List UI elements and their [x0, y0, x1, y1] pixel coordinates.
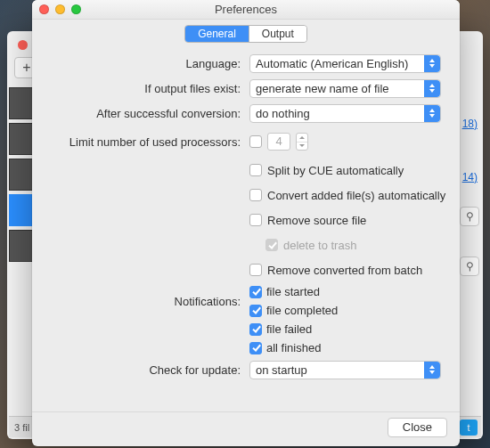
proc-count-stepper[interactable] — [296, 133, 308, 151]
label-after-conv: After successful conversion: — [45, 107, 249, 120]
label-language: Language: — [45, 57, 249, 70]
notif-completed-checkbox[interactable] — [249, 305, 262, 317]
titlebar: Preferences — [32, 0, 460, 20]
bg-file-count: 3 fil — [14, 417, 29, 438]
delete-trash-checkbox — [265, 239, 278, 251]
tab-output[interactable]: Output — [249, 26, 306, 42]
delete-trash-label: delete to trash — [283, 239, 356, 252]
label-check-update: Check for update: — [45, 363, 249, 377]
remove-source-checkbox[interactable] — [249, 214, 262, 226]
language-value: Automatic (American English) — [256, 57, 408, 70]
bg-selection — [9, 194, 34, 226]
after-conv-value: do nothing — [256, 107, 310, 120]
remove-source-label: Remove source file — [267, 214, 366, 227]
label-if-exist: If output files exist: — [45, 82, 249, 95]
bg-thumb — [9, 159, 34, 191]
notif-allfinished-checkbox[interactable] — [249, 342, 262, 354]
traffic-lights[interactable] — [39, 4, 81, 14]
if-exist-value: generate new name of file — [256, 82, 389, 95]
label-notifications: Notifications: — [45, 295, 249, 308]
bg-search-icon[interactable]: ⚲ — [460, 257, 479, 276]
window-title: Preferences — [32, 0, 460, 20]
label-limit-proc: Limit number of used processors: — [45, 135, 249, 149]
convert-auto-checkbox[interactable] — [249, 189, 262, 201]
notif-failed-checkbox[interactable] — [249, 323, 262, 336]
convert-auto-label: Convert added file(s) automatically — [267, 189, 445, 202]
remove-batch-label: Remove converted from batch — [267, 264, 422, 277]
tab-general[interactable]: General — [185, 26, 249, 42]
bg-thumb — [9, 230, 34, 262]
limit-proc-checkbox[interactable] — [249, 135, 262, 148]
preferences-window: Preferences General Output Language: Aut… — [32, 0, 460, 446]
check-update-value: on startup — [256, 363, 307, 377]
twitter-icon[interactable]: t — [460, 419, 478, 436]
notif-failed-label: file failed — [266, 322, 312, 336]
chevron-updown-icon — [424, 80, 440, 97]
notif-started-checkbox[interactable] — [249, 286, 262, 298]
zoom-icon[interactable] — [71, 4, 81, 14]
language-popup[interactable]: Automatic (American English) — [249, 54, 441, 73]
footer: Close — [32, 411, 460, 437]
check-update-popup[interactable]: on startup — [249, 361, 441, 379]
notif-started-label: file started — [266, 285, 320, 298]
split-cue-checkbox[interactable] — [249, 164, 262, 176]
proc-count-field[interactable]: 4 — [267, 133, 290, 151]
form-area: Language: Automatic (American English) I… — [32, 50, 460, 387]
if-exist-popup[interactable]: generate new name of file — [249, 79, 441, 98]
close-button[interactable]: Close — [388, 418, 447, 437]
notif-allfinished-label: all finished — [266, 341, 321, 354]
chevron-updown-icon — [424, 362, 440, 379]
tab-bar: General Output — [32, 25, 460, 43]
remove-batch-checkbox[interactable] — [249, 264, 262, 276]
close-icon[interactable] — [39, 4, 49, 14]
bg-traffic-lights — [18, 40, 28, 50]
after-conv-popup[interactable]: do nothing — [249, 104, 441, 123]
bg-link[interactable]: 18) — [462, 118, 478, 130]
split-cue-label: Split by CUE automatically — [267, 164, 404, 177]
bg-thumb — [9, 123, 34, 155]
bg-thumb — [9, 87, 34, 119]
bg-link[interactable]: 14) — [462, 171, 478, 183]
minimize-icon[interactable] — [55, 4, 65, 14]
bg-search-icon[interactable]: ⚲ — [460, 207, 479, 226]
chevron-updown-icon — [424, 55, 440, 72]
notif-completed-label: file completed — [266, 304, 338, 317]
chevron-updown-icon — [424, 105, 440, 122]
